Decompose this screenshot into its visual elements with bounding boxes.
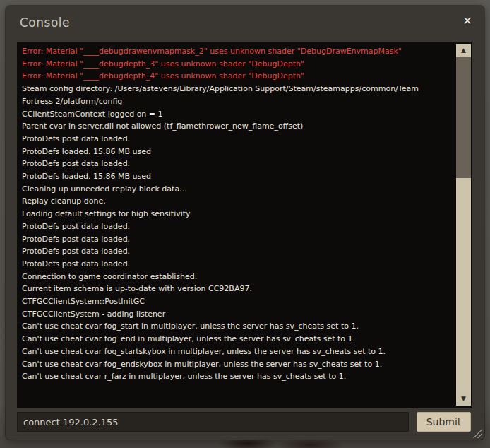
scrollbar[interactable]: ▲ ▼ bbox=[456, 44, 471, 406]
console-line: Steam config directory: /Users/astevens/… bbox=[22, 83, 457, 95]
command-input[interactable] bbox=[17, 412, 409, 432]
console-line: Cleaning up unneeded replay block data..… bbox=[22, 183, 457, 196]
arrow-up-icon: ▲ bbox=[461, 47, 466, 54]
command-row: Submit bbox=[17, 412, 473, 432]
console-line: ProtoDefs post data loaded. bbox=[22, 220, 457, 233]
scrollbar-thumb[interactable] bbox=[456, 178, 471, 392]
titlebar[interactable]: Console ✕ bbox=[6, 6, 484, 42]
arrow-down-icon: ▼ bbox=[461, 395, 466, 402]
close-icon[interactable]: ✕ bbox=[460, 14, 474, 28]
console-line: Can't use cheat cvar fog_end in multipla… bbox=[22, 333, 457, 346]
console-line: Fortress 2/platform/config bbox=[22, 95, 457, 108]
console-line: Can't use cheat cvar fog_start in multip… bbox=[22, 320, 457, 333]
scrollbar-track[interactable] bbox=[456, 57, 471, 392]
console-line: Error: Material "____debugdepth_4" uses … bbox=[22, 70, 457, 83]
console-line: Replay cleanup done. bbox=[22, 195, 457, 208]
console-output[interactable]: Error: Material "____debugdrawenvmapmask… bbox=[17, 42, 472, 408]
console-line: ProtoDefs loaded. 15.86 MB used bbox=[22, 170, 457, 183]
console-line: Can't use cheat cvar fog_endskybox in mu… bbox=[22, 358, 457, 371]
console-line: Error: Material "____debugdrawenvmapmask… bbox=[22, 45, 457, 58]
console-line: Error: Material "____debugdepth_3" uses … bbox=[22, 58, 457, 71]
console-line: CTFGCClientSystem - adding listener bbox=[22, 308, 457, 321]
console-line: ProtoDefs post data loaded. bbox=[22, 133, 457, 146]
console-line: Connection to game coordinator establish… bbox=[22, 271, 457, 283]
game-background: Console ✕ Error: Material "____debugdraw… bbox=[0, 0, 490, 448]
scroll-up-button[interactable]: ▲ bbox=[456, 44, 471, 57]
console-line: Can't use cheat cvar r_farz in multiplay… bbox=[22, 370, 457, 383]
resize-grip[interactable] bbox=[472, 429, 482, 438]
console-line: ProtoDefs post data loaded. bbox=[22, 158, 457, 170]
console-line: CClientSteamContext logged on = 1 bbox=[22, 108, 457, 121]
scroll-down-button[interactable]: ▼ bbox=[456, 392, 471, 406]
console-line: Current item schema is up-to-date with v… bbox=[22, 283, 457, 295]
submit-button[interactable]: Submit bbox=[417, 412, 471, 432]
console-line: ProtoDefs post data loaded. bbox=[22, 258, 457, 271]
window-title: Console bbox=[20, 16, 70, 30]
console-line: CTFGCClientSystem::PostInitGC bbox=[22, 295, 457, 308]
console-line: ProtoDefs post data loaded. bbox=[22, 245, 457, 258]
console-line: ProtoDefs post data loaded. bbox=[22, 233, 457, 246]
console-line: ProtoDefs loaded. 15.86 MB used bbox=[22, 146, 457, 158]
console-lines: Error: Material "____debugdrawenvmapmask… bbox=[17, 42, 457, 383]
console-line: Loading default settings for high sensit… bbox=[22, 208, 457, 220]
console-line: Can't use cheat cvar fog_startskybox in … bbox=[22, 346, 457, 358]
console-line: Parent cvar in server.dll not allowed (t… bbox=[22, 120, 457, 133]
console-window: Console ✕ Error: Material "____debugdraw… bbox=[6, 6, 484, 440]
